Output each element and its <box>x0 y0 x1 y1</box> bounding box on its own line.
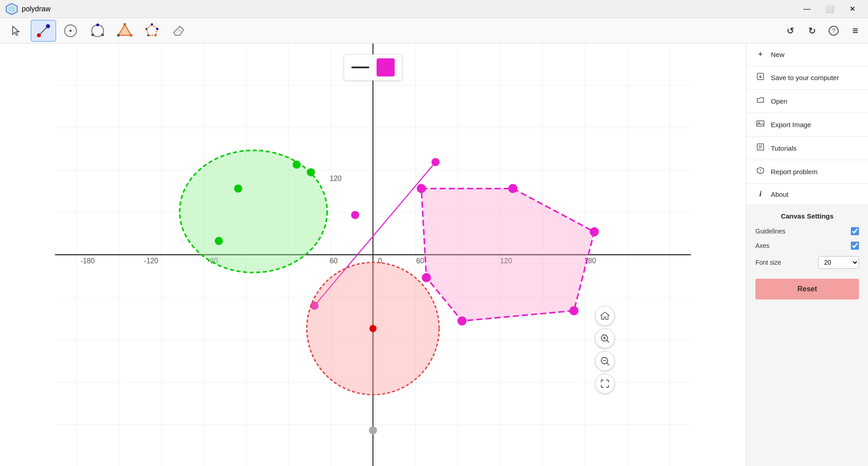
eraser-tool[interactable] <box>166 20 192 42</box>
svg-point-20 <box>155 34 157 36</box>
axes-setting: Axes <box>755 242 859 250</box>
polygon-icon <box>117 23 133 39</box>
menu-item-export[interactable]: Export Image <box>746 113 868 137</box>
line-point-mid[interactable] <box>351 211 359 219</box>
style-indicator <box>344 54 402 81</box>
fit-button[interactable] <box>595 306 615 326</box>
axes-checkbox[interactable] <box>851 242 859 250</box>
svg-rect-45 <box>757 121 764 126</box>
reset-button[interactable]: Reset <box>755 279 859 300</box>
eraser-icon <box>171 23 187 39</box>
circle-3pt-tool[interactable] <box>85 20 110 42</box>
poly-point-5[interactable] <box>458 316 467 325</box>
export-icon <box>755 119 765 130</box>
svg-text:-180: -180 <box>80 257 95 265</box>
svg-point-52 <box>760 172 761 173</box>
toolbar: ↺ ↻ ? ≡ <box>0 18 868 43</box>
menu-item-open[interactable]: Open <box>746 90 868 113</box>
svg-line-4 <box>39 26 48 35</box>
circle-3pt-icon <box>90 23 106 39</box>
line-point-1[interactable] <box>431 158 439 166</box>
svg-marker-13 <box>118 24 131 35</box>
poly-point-6[interactable] <box>422 273 431 282</box>
guidelines-setting: Guidelines <box>755 227 859 235</box>
poly-point-3[interactable] <box>590 227 599 236</box>
svg-point-14 <box>123 23 126 26</box>
select-tool[interactable] <box>4 20 29 42</box>
style-line-preview <box>351 67 369 68</box>
font-size-select[interactable]: 14 16 18 20 24 28 <box>818 256 859 269</box>
poly-point-2[interactable] <box>508 184 517 193</box>
poly-point-4[interactable] <box>569 306 578 315</box>
polygon-dots-icon <box>144 23 160 39</box>
font-size-label: Font size <box>755 259 781 266</box>
right-panel: + New Save to your computer Open <box>746 43 868 466</box>
tutorials-icon <box>755 143 765 153</box>
about-icon: i <box>755 190 765 198</box>
canvas-area[interactable]: 120 60 -180 -120 -60 0 60 120 180 <box>0 43 746 466</box>
open-icon <box>755 96 765 106</box>
svg-text:-120: -120 <box>144 257 159 265</box>
svg-text:60: 60 <box>330 257 338 265</box>
help-button[interactable]: ? <box>825 22 843 40</box>
svg-point-21 <box>147 34 150 36</box>
svg-point-15 <box>130 34 132 37</box>
menu-item-report[interactable]: Report problem <box>746 160 868 184</box>
expand-icon <box>600 379 610 389</box>
gray-point[interactable] <box>369 426 377 434</box>
ellipse-point-1[interactable] <box>292 161 301 169</box>
ellipse-point-2[interactable] <box>307 168 315 176</box>
new-icon: + <box>755 50 765 59</box>
svg-text:?: ? <box>832 27 835 34</box>
svg-marker-23 <box>174 26 184 35</box>
canvas-svg[interactable]: 120 60 -180 -120 -60 0 60 120 180 <box>0 43 746 466</box>
guidelines-label: Guidelines <box>755 228 785 235</box>
zoom-controls <box>595 306 615 394</box>
svg-marker-1 <box>8 5 15 13</box>
segment-icon <box>35 23 52 39</box>
circle-center-icon <box>62 23 79 39</box>
select-icon <box>10 24 23 37</box>
zoom-in-icon <box>600 333 610 343</box>
canvas-settings: Canvas Settings Guidelines Axes Font siz… <box>746 205 868 466</box>
poly-point-1[interactable] <box>417 184 426 193</box>
menu-item-about[interactable]: i About <box>746 184 868 205</box>
menu-label-new: New <box>771 51 784 58</box>
segment-tool[interactable] <box>31 20 56 42</box>
circle-center-tool[interactable] <box>58 20 83 42</box>
app-title: polydraw <box>22 5 51 13</box>
menu-label-save: Save to your computer <box>771 74 839 81</box>
menu-item-new[interactable]: + New <box>746 43 868 66</box>
redo-button[interactable]: ↻ <box>803 22 821 40</box>
close-button[interactable]: ✕ <box>842 2 863 16</box>
zoom-in-button[interactable] <box>595 328 615 348</box>
minimize-button[interactable]: — <box>797 2 817 16</box>
menu-item-save[interactable]: Save to your computer <box>746 66 868 90</box>
menu-label-report: Report problem <box>771 168 817 176</box>
svg-line-40 <box>607 340 609 342</box>
menu-item-tutorials[interactable]: Tutorials <box>746 137 868 160</box>
polygon-dots-tool[interactable] <box>139 20 165 42</box>
polygon-tool[interactable] <box>112 20 137 42</box>
app-logo-icon <box>5 3 18 15</box>
svg-point-22 <box>146 28 148 30</box>
titlebar-left: polydraw <box>5 3 51 15</box>
svg-point-8 <box>70 29 72 32</box>
maximize-button[interactable]: ⬜ <box>819 2 840 16</box>
zoom-out-button[interactable] <box>595 351 615 371</box>
circle-center[interactable] <box>369 325 377 332</box>
undo-button[interactable]: ↺ <box>781 22 799 40</box>
ellipse-point-4[interactable] <box>215 237 223 245</box>
green-ellipse[interactable] <box>179 150 327 272</box>
svg-text:120: 120 <box>330 175 342 182</box>
expand-button[interactable] <box>595 374 615 394</box>
titlebar-controls: — ⬜ ✕ <box>797 2 863 16</box>
font-size-setting: Font size 14 16 18 20 24 28 <box>755 256 859 269</box>
guidelines-checkbox[interactable] <box>851 227 859 235</box>
titlebar: polydraw — ⬜ ✕ <box>0 0 868 18</box>
style-color-preview[interactable] <box>377 58 395 76</box>
svg-text:60: 60 <box>416 257 425 265</box>
ellipse-point-3[interactable] <box>234 185 242 193</box>
menu-button[interactable]: ≡ <box>846 22 864 40</box>
svg-marker-17 <box>146 24 157 35</box>
